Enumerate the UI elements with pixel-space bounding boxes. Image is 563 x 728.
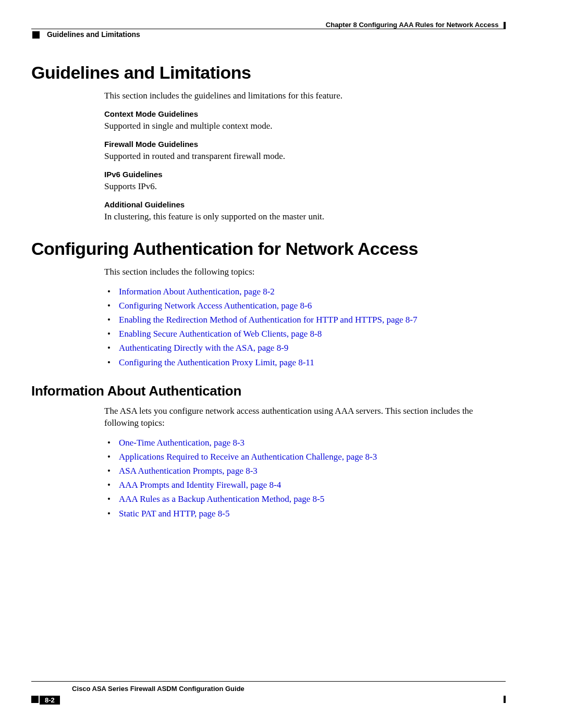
subhead-ipv6: IPv6 Guidelines (104, 170, 506, 179)
xref-link[interactable]: Configuring the Authentication Proxy Lim… (119, 357, 314, 367)
xref-link[interactable]: Enabling Secure Authentication of Web Cl… (119, 329, 322, 339)
list-item: Applications Required to Receive an Auth… (104, 450, 506, 464)
list-item: Enabling the Redirection Method of Authe… (104, 313, 506, 327)
xref-link[interactable]: Static PAT and HTTP, page 8-5 (119, 509, 230, 519)
footer-rule (31, 681, 506, 682)
list-item: Enabling Secure Authentication of Web Cl… (104, 327, 506, 341)
header-section: Guidelines and Limitations (32, 30, 140, 39)
xref-link[interactable]: Information About Authentication, page 8… (119, 287, 275, 297)
list-item: One-Time Authentication, page 8-3 (104, 436, 506, 450)
header-section-text: Guidelines and Limitations (47, 30, 140, 39)
list-item: Static PAT and HTTP, page 8-5 (104, 507, 506, 521)
body-ipv6: Supports IPv6. (104, 181, 506, 193)
intro-topics-c: The ASA lets you configure network acces… (104, 405, 506, 429)
xref-link[interactable]: Enabling the Redirection Method of Authe… (119, 315, 418, 325)
list-item: Information About Authentication, page 8… (104, 285, 506, 299)
topic-list-b: Information About Authentication, page 8… (104, 285, 506, 369)
list-item: Configuring Network Access Authenticatio… (104, 299, 506, 313)
heading-guidelines: Guidelines and Limitations (31, 63, 506, 83)
heading-info-auth: Information About Authentication (31, 383, 506, 399)
header-end-mark-icon (504, 22, 506, 29)
xref-link[interactable]: Authenticating Directly with the ASA, pa… (119, 343, 288, 353)
list-item: Configuring the Authentication Proxy Lim… (104, 355, 506, 369)
xref-link[interactable]: AAA Prompts and Identity Firewall, page … (119, 480, 281, 490)
list-item: Authenticating Directly with the ASA, pa… (104, 341, 506, 355)
subhead-firewall: Firewall Mode Guidelines (104, 140, 506, 149)
body-context: Supported in single and multiple context… (104, 120, 506, 132)
footer-page-number: 8-2 (40, 696, 60, 705)
list-item: AAA Prompts and Identity Firewall, page … (104, 478, 506, 492)
xref-link[interactable]: AAA Rules as a Backup Authentication Met… (119, 494, 324, 504)
footer-guide-title: Cisco ASA Series Firewall ASDM Configura… (72, 685, 506, 693)
header-chapter-text: Chapter 8 Configuring AAA Rules for Netw… (326, 21, 499, 29)
list-item: AAA Rules as a Backup Authentication Met… (104, 492, 506, 506)
xref-link[interactable]: Applications Required to Receive an Auth… (119, 452, 377, 462)
xref-link[interactable]: ASA Authentication Prompts, page 8-3 (119, 466, 258, 476)
heading-configuring-auth: Configuring Authentication for Network A… (31, 239, 506, 259)
topic-list-c: One-Time Authentication, page 8-3 Applic… (104, 436, 506, 521)
intro-topics-b: This section includes the following topi… (104, 266, 506, 278)
body-firewall: Supported in routed and transparent fire… (104, 151, 506, 163)
page-header: Chapter 8 Configuring AAA Rules for Netw… (31, 21, 506, 36)
footer-end-mark-icon (504, 696, 506, 703)
footer-square-icon (31, 696, 39, 703)
subhead-context: Context Mode Guidelines (104, 109, 506, 118)
body-additional: In clustering, this feature is only supp… (104, 211, 506, 223)
intro-guidelines: This section includes the guidelines and… (104, 90, 506, 102)
xref-link[interactable]: Configuring Network Access Authenticatio… (119, 301, 312, 311)
page-footer: Cisco ASA Series Firewall ASDM Configura… (31, 681, 506, 707)
subhead-additional: Additional Guidelines (104, 200, 506, 209)
header-chapter: Chapter 8 Configuring AAA Rules for Netw… (326, 21, 506, 29)
xref-link[interactable]: One-Time Authentication, page 8-3 (119, 438, 244, 448)
list-item: ASA Authentication Prompts, page 8-3 (104, 464, 506, 478)
header-square-icon (32, 31, 40, 39)
